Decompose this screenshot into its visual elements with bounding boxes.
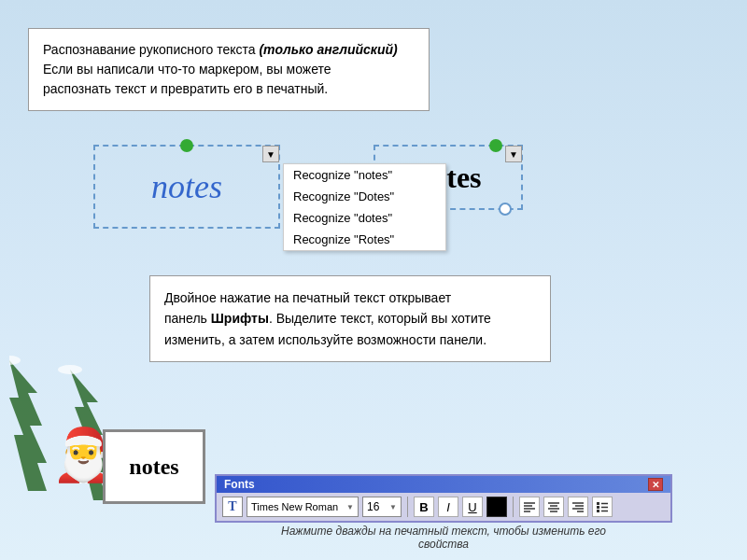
circle-handle — [499, 203, 512, 216]
bottom-caption-line2: свойства — [418, 538, 469, 551]
handwritten-notes-box: notes ▼ Recognize "notes" Recognize "Dot… — [93, 145, 280, 229]
align-right-button[interactable] — [568, 497, 588, 517]
font-size-dropdown-arrow: ▼ — [389, 503, 397, 511]
recognition-dropdown-menu: Recognize "notes" Recognize "Dotes" Reco… — [283, 163, 446, 251]
middle-line2-start: панель — [164, 311, 211, 326]
middle-box-text: Двойное нажатие на печатный текст открыв… — [164, 287, 536, 350]
close-icon: ✕ — [652, 480, 659, 490]
bottom-caption-line1: Нажмите дважды на печатный текст, чтобы … — [281, 525, 606, 538]
menu-item-4[interactable]: Recognize "Rotes" — [284, 229, 445, 250]
bold-button[interactable]: B — [414, 497, 434, 517]
font-size-selector[interactable]: 16 ▼ — [362, 497, 402, 517]
font-t-icon: T — [222, 497, 243, 517]
menu-item-3[interactable]: Recognize "dotes" — [284, 207, 445, 229]
recognition-dropdown-btn[interactable]: ▼ — [262, 146, 279, 162]
top-box-italic: (только английский) — [259, 42, 397, 57]
svg-rect-16 — [597, 502, 599, 505]
fonts-toolbar-titlebar: Fonts ✕ — [217, 476, 670, 493]
fonts-toolbar-close-btn[interactable]: ✕ — [648, 478, 663, 491]
green-dot-right — [489, 139, 502, 152]
top-box-line2: Если вы написали что-то маркером, вы мож… — [43, 62, 331, 77]
font-name-value: Times New Roman — [251, 501, 338, 512]
fonts-toolbar-body: T Times New Roman ▼ 16 ▼ B I U — [217, 493, 670, 521]
divider-2 — [513, 497, 514, 517]
top-box-text: Распознавание рукописного текста (только… — [43, 40, 415, 99]
fonts-toolbar: Fonts ✕ T Times New Roman ▼ 16 ▼ B — [215, 474, 672, 523]
middle-line2-end: . Выделите текст, который вы хотите — [269, 311, 491, 326]
color-picker-block[interactable] — [486, 497, 507, 517]
font-name-dropdown-arrow: ▼ — [346, 503, 354, 511]
notes-border-text: notes — [129, 455, 178, 480]
menu-item-1[interactable]: Recognize "notes" — [284, 164, 445, 186]
align-center-button[interactable] — [543, 497, 564, 517]
green-dot-top — [180, 139, 193, 152]
middle-line3: изменить, а затем используйте возможност… — [164, 332, 486, 347]
menu-item-2[interactable]: Recognize "Dotes" — [284, 186, 445, 207]
middle-line1: Двойное нажатие на печатный текст открыв… — [164, 290, 451, 305]
svg-rect-20 — [597, 510, 599, 512]
printed-dropdown-btn[interactable]: ▼ — [505, 146, 522, 162]
font-name-selector[interactable]: Times New Roman ▼ — [247, 497, 359, 517]
recognition-area: notes ▼ Recognize "notes" Recognize "Dot… — [93, 145, 654, 229]
italic-button[interactable]: I — [438, 497, 458, 517]
handwritten-text: notes — [151, 167, 222, 206]
middle-info-box: Двойное нажатие на печатный текст открыв… — [149, 275, 551, 362]
top-box-line1: Распознавание рукописного текста — [43, 42, 259, 57]
font-size-value: 16 — [367, 500, 379, 513]
content-layer: Распознавание рукописного текста (только… — [0, 0, 747, 560]
top-box-line3: распознать текст и превратить его в печа… — [43, 81, 328, 96]
svg-rect-18 — [597, 506, 599, 509]
fonts-toolbar-title-text: Fonts — [224, 478, 255, 491]
bottom-caption: Нажмите дважды на печатный текст, чтобы … — [215, 525, 672, 551]
middle-line2-bold: Шрифты — [211, 311, 269, 326]
notes-border-box: notes — [103, 429, 205, 504]
underline-button[interactable]: U — [462, 497, 483, 517]
align-left-button[interactable] — [519, 497, 540, 517]
list-button[interactable] — [592, 497, 613, 517]
top-info-box: Распознавание рукописного текста (только… — [28, 28, 430, 111]
divider-1 — [407, 497, 408, 517]
